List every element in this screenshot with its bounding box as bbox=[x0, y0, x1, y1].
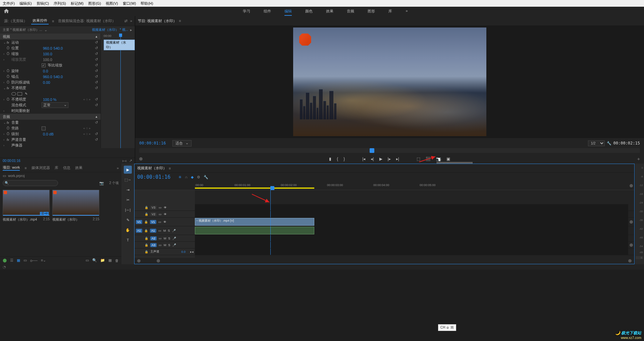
tab-learn[interactable]: 学习 bbox=[243, 7, 250, 16]
pen-mask-icon[interactable]: ✎ bbox=[25, 92, 28, 96]
track-name-v3[interactable]: V3 bbox=[150, 206, 157, 210]
panel-menu-icon[interactable]: ≡ bbox=[169, 166, 171, 170]
project-item[interactable]: ▯HD 视频素材（水印）.mp42:15 bbox=[3, 190, 50, 222]
mute-icon[interactable]: M bbox=[163, 229, 166, 232]
reset-icon[interactable]: ↺ bbox=[95, 80, 98, 84]
work-area-bar[interactable] bbox=[195, 187, 314, 189]
project-item[interactable]: 视频素材（水印）2:15 bbox=[52, 190, 99, 222]
linked-selection-icon[interactable]: ∩ bbox=[185, 175, 187, 179]
stopwatch-icon[interactable]: Ö bbox=[7, 69, 11, 73]
collapse-icon[interactable]: ▲ bbox=[95, 35, 98, 38]
next-key-icon[interactable]: ▸ bbox=[89, 132, 91, 135]
freeform-view-icon[interactable]: ▭ bbox=[23, 258, 27, 263]
add-key-icon[interactable]: ◇ bbox=[86, 132, 88, 135]
timeline-ruler[interactable]: :00:00 00:00:01:00 00:00:02:00 00:00:03:… bbox=[195, 181, 628, 190]
tab-effects-panel[interactable]: 效果 bbox=[75, 165, 83, 170]
audio-clip[interactable] bbox=[195, 227, 314, 234]
expand-icon[interactable]: ⌄ bbox=[3, 121, 7, 124]
expand-icon[interactable]: ⌄ bbox=[3, 41, 7, 44]
wrench-icon[interactable]: 🔧 bbox=[607, 141, 611, 146]
reset-icon[interactable]: ↺ bbox=[95, 137, 98, 142]
camera-icon[interactable]: 📷 bbox=[99, 181, 104, 185]
rect-mask-icon[interactable] bbox=[17, 92, 22, 96]
ec-mini-timeline[interactable]: :00:00 视频素材（水印） bbox=[101, 34, 135, 148]
delete-icon[interactable]: 🗑 bbox=[115, 259, 119, 263]
master-value[interactable]: 0.0 bbox=[181, 250, 185, 253]
play-icon[interactable]: ▸ bbox=[130, 28, 132, 32]
write-lock-icon[interactable]: ⬤ bbox=[3, 258, 7, 263]
ellipse-mask-icon[interactable] bbox=[11, 92, 16, 96]
lock-icon[interactable]: 🔒 bbox=[144, 229, 148, 232]
lift-icon[interactable]: ⬚ bbox=[417, 157, 420, 161]
channel-vol-label[interactable]: 声道音量 bbox=[11, 137, 42, 142]
icon-view-icon[interactable]: ▦ bbox=[17, 258, 20, 263]
hand-tool-icon[interactable]: ✋ bbox=[124, 226, 132, 234]
next-key-icon[interactable]: ▸ bbox=[89, 127, 91, 130]
auto-sequence-icon[interactable]: ▭ bbox=[86, 258, 89, 263]
blend-mode-dropdown[interactable]: 正常⌄ bbox=[42, 102, 68, 108]
go-to-in-icon[interactable]: |◂ bbox=[362, 157, 365, 161]
extract-icon[interactable]: ⬛ bbox=[426, 157, 431, 161]
menu-help[interactable]: 帮助(H) bbox=[141, 1, 153, 6]
opacity-value[interactable]: 100.0 % bbox=[43, 98, 56, 102]
overflow-icon[interactable]: » bbox=[406, 7, 408, 16]
solo-icon[interactable]: S bbox=[168, 243, 170, 247]
expand-icon[interactable]: › bbox=[3, 144, 7, 147]
search-input[interactable] bbox=[3, 180, 58, 186]
in-point-icon[interactable]: { bbox=[337, 157, 338, 161]
reset-icon[interactable]: ↺ bbox=[95, 52, 98, 56]
fit-dropdown[interactable]: 适合⌄ bbox=[172, 140, 192, 147]
tab-info[interactable]: 信息 bbox=[63, 165, 70, 170]
scroll-thumb[interactable] bbox=[139, 157, 143, 161]
stopwatch-icon[interactable]: Ö bbox=[7, 46, 11, 50]
expand-icon[interactable]: ⌄ bbox=[3, 87, 7, 90]
panel-menu-icon[interactable]: ≡ bbox=[179, 19, 181, 23]
next-key-icon[interactable]: ▸ bbox=[89, 98, 91, 101]
panner-label[interactable]: 声像器 bbox=[11, 143, 42, 148]
flicker-value[interactable]: 0.00 bbox=[43, 80, 50, 84]
chevron-icon[interactable]: ▸◂ bbox=[190, 250, 194, 253]
video-clip[interactable]: ▫ 视频素材（水印）.mp4 [V] bbox=[195, 218, 314, 226]
prev-key-icon[interactable]: ◂ bbox=[83, 98, 85, 101]
track-name-v2[interactable]: V2 bbox=[150, 212, 157, 216]
toggle-output-icon[interactable]: ▭ bbox=[158, 220, 161, 224]
play-icon[interactable]: ▶ bbox=[379, 157, 382, 161]
reset-icon[interactable]: ↺ bbox=[95, 46, 98, 50]
uniform-scale-checkbox[interactable] bbox=[42, 63, 46, 67]
expand-icon[interactable]: › bbox=[3, 58, 7, 61]
out-point-icon[interactable]: } bbox=[343, 157, 345, 161]
toggle-output-icon[interactable]: ▭ bbox=[158, 229, 161, 232]
anchor-y[interactable]: 540.0 bbox=[54, 75, 63, 79]
expand-icon[interactable]: › bbox=[3, 69, 7, 73]
anchor-x[interactable]: 960.0 bbox=[43, 75, 52, 79]
track-name-v1[interactable]: V1 bbox=[150, 220, 156, 224]
voice-icon[interactable]: 🎤 bbox=[172, 237, 176, 240]
position-y[interactable]: 540.0 bbox=[54, 46, 63, 50]
razor-tool-icon[interactable]: ✂ bbox=[124, 196, 132, 204]
scroll-thumb[interactable] bbox=[630, 243, 633, 247]
menu-view[interactable]: 视图(V) bbox=[106, 1, 118, 6]
tab-library[interactable]: 库 bbox=[388, 7, 392, 16]
tab-editing[interactable]: 编辑 bbox=[284, 7, 292, 16]
reset-icon[interactable]: ↺ bbox=[95, 63, 98, 67]
tab-effect-controls[interactable]: 效果控件 bbox=[31, 17, 49, 24]
add-key-icon[interactable]: ◇ bbox=[86, 98, 88, 101]
solo-button[interactable]: S bbox=[637, 256, 643, 259]
time-remap-label[interactable]: 时间重映射 bbox=[11, 108, 42, 113]
scroll-thumb[interactable] bbox=[137, 259, 141, 263]
reset-icon[interactable]: ↺ bbox=[95, 103, 98, 107]
reset-icon[interactable]: ↺ bbox=[95, 86, 98, 90]
position-x[interactable]: 960.0 bbox=[43, 46, 52, 50]
solo-icon[interactable]: S bbox=[168, 229, 170, 232]
lock-icon[interactable]: 🔒 bbox=[145, 213, 148, 216]
toggle-output-icon[interactable]: ▭ bbox=[159, 237, 162, 240]
volume-label[interactable]: 音量 bbox=[11, 120, 42, 125]
tab-source[interactable]: 源:（无剪辑） bbox=[3, 18, 29, 24]
timeline-playhead-handle[interactable] bbox=[270, 186, 274, 190]
tab-audio[interactable]: 音频 bbox=[347, 7, 354, 16]
reset-icon[interactable]: ↺ bbox=[95, 120, 98, 125]
toggle-output-icon[interactable]: ▭ bbox=[159, 243, 162, 247]
zoom-icon[interactable]: ▹◃ bbox=[122, 159, 126, 163]
pen-tool-icon[interactable]: ✎ bbox=[124, 216, 132, 224]
expand-icon[interactable]: › bbox=[3, 138, 7, 141]
